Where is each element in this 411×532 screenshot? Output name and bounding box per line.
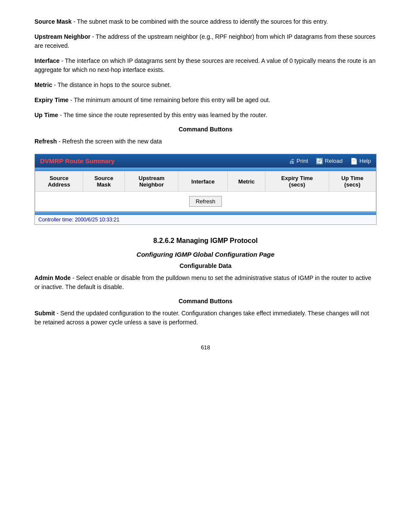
expiry-time-text: - The minimum amount of time remaining b…	[68, 96, 270, 103]
admin-mode-label: Admin Mode	[34, 274, 71, 281]
col-metric: Metric	[227, 171, 265, 192]
admin-mode-paragraph: Admin Mode - Select enable or disable fr…	[34, 274, 377, 292]
submit-paragraph: Submit - Send the updated configuration …	[34, 309, 377, 327]
section-826-title: 8.2.6.2 Managing IGMP Protocol	[34, 237, 377, 245]
metric-text: - The distance in hops to the source sub…	[52, 81, 171, 88]
source-mask-paragraph: Source Mask - The subnet mask to be comb…	[34, 17, 377, 26]
expiry-time-label: Expiry Time	[34, 96, 68, 103]
col-interface: Interface	[178, 171, 228, 192]
widget-footer-bar	[35, 212, 376, 215]
col-source-mask: SourceMask	[83, 171, 125, 192]
section-number: 8.2.6.2	[153, 237, 174, 244]
metric-label: Metric	[34, 81, 52, 88]
submit-bold-label: Submit	[34, 310, 55, 317]
col-source-address: SourceAddress	[35, 171, 83, 192]
controller-time: Controller time: 2000/6/25 10:33:21	[35, 215, 376, 224]
command-buttons-heading-2: Command Buttons	[34, 298, 377, 305]
dvmrp-widget: DVMRP Route Summary 🖨 Print 🔄 Reload 📄 H…	[34, 154, 377, 225]
source-mask-label: Source Mask	[34, 18, 72, 25]
print-button[interactable]: 🖨 Print	[289, 158, 308, 165]
table-refresh-row: Refresh	[35, 192, 376, 212]
col-upstream-neighbor: UpstreamNeighbor	[125, 171, 178, 192]
help-button[interactable]: 📄 Help	[350, 158, 371, 165]
page-number: 618	[34, 344, 377, 351]
print-icon: 🖨	[289, 158, 295, 165]
refresh-desc-text: - Refresh the screen with the new data	[57, 138, 162, 145]
table-header-row: SourceAddress SourceMask UpstreamNeighbo…	[35, 171, 376, 192]
interface-text: - The interface on which IP datagrams se…	[34, 57, 376, 73]
col-expiry-time: Expiry Time(secs)	[265, 171, 329, 192]
upstream-neighbor-label: Upstream Neighbor	[34, 33, 90, 40]
submit-text: - Send the updated configuration to the …	[34, 310, 369, 326]
up-time-text: - The time since the route represented b…	[58, 112, 267, 118]
reload-label: Reload	[325, 158, 342, 164]
configurable-data-heading: Configurable Data	[34, 262, 377, 269]
widget-toolbar: 🖨 Print 🔄 Reload 📄 Help	[289, 158, 371, 165]
refresh-button[interactable]: Refresh	[189, 196, 222, 207]
widget-subbar-top	[35, 168, 376, 171]
admin-mode-text: - Select enable or disable from the pull…	[34, 274, 371, 290]
reload-button[interactable]: 🔄 Reload	[316, 158, 342, 165]
refresh-description: Refresh - Refresh the screen with the ne…	[34, 137, 377, 146]
refresh-cell: Refresh	[35, 192, 376, 212]
print-label: Print	[296, 158, 308, 164]
route-summary-table: SourceAddress SourceMask UpstreamNeighbo…	[35, 171, 376, 212]
help-icon: 📄	[350, 158, 358, 165]
reload-icon: 🔄	[316, 158, 323, 165]
source-mask-text: - The subnet mask to be combined with th…	[72, 18, 328, 25]
widget-title-bar: DVMRP Route Summary 🖨 Print 🔄 Reload 📄 H…	[35, 154, 376, 168]
refresh-bold-label: Refresh	[34, 138, 57, 145]
upstream-neighbor-paragraph: Upstream Neighbor - The address of the u…	[34, 32, 377, 50]
command-buttons-heading: Command Buttons	[34, 126, 377, 133]
col-up-time: Up Time(secs)	[329, 171, 376, 192]
widget-title: DVMRP Route Summary	[40, 157, 115, 165]
interface-label: Interface	[34, 57, 59, 64]
interface-paragraph: Interface - The interface on which IP da…	[34, 56, 377, 75]
metric-paragraph: Metric - The distance in hops to the sou…	[34, 81, 377, 90]
up-time-paragraph: Up Time - The time since the route repre…	[34, 111, 377, 120]
up-time-label: Up Time	[34, 112, 58, 118]
subsection-title: Configuring IGMP Global Configuration Pa…	[34, 251, 377, 258]
expiry-time-paragraph: Expiry Time - The minimum amount of time…	[34, 96, 377, 105]
help-label: Help	[359, 158, 371, 164]
section-title-text: Managing IGMP Protocol	[176, 237, 258, 244]
content-area: Source Mask - The subnet mask to be comb…	[34, 17, 377, 351]
